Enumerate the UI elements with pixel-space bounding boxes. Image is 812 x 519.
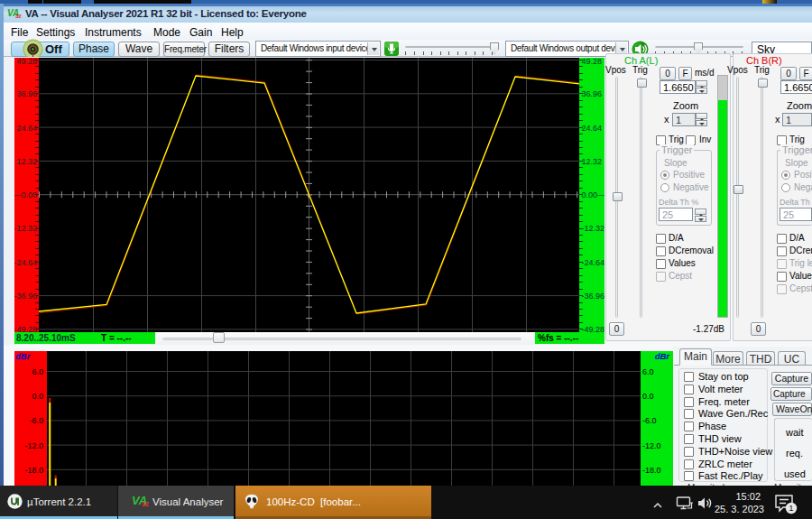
svg-text:1: 1 — [789, 503, 793, 513]
